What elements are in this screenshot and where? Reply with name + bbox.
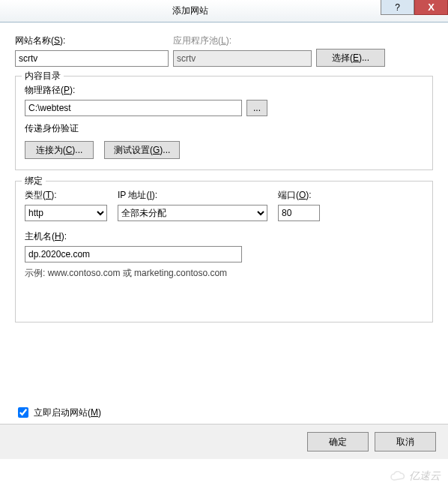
physical-path-input[interactable] [25,100,242,116]
site-name-input[interactable] [15,50,169,67]
cloud-icon [390,471,406,482]
connect-as-button[interactable]: 连接为(C)... [25,141,94,159]
binding-fieldset: 绑定 类型(T): http IP 地址(I): 全部未分配 端口(O): 主机… [15,181,433,322]
app-pool-field: scrtv [173,50,312,67]
content-dir-legend: 内容目录 [22,70,64,82]
site-name-col: 网站名称(S): [15,34,169,67]
titlebar-buttons: ? X [381,0,448,22]
type-select[interactable]: http [25,205,107,221]
ip-col: IP 地址(I): 全部未分配 [118,189,267,221]
auth-label: 传递身份验证 [25,122,423,135]
dialog-footer: 确定 取消 [0,424,448,459]
watermark: 亿速云 [390,470,441,483]
port-input[interactable] [278,205,320,221]
cancel-button[interactable]: 取消 [375,432,436,452]
type-col: 类型(T): http [25,189,107,221]
site-name-label: 网站名称(S): [15,34,169,47]
path-row: 物理路径(P): ... [25,84,423,116]
ip-label: IP 地址(I): [118,189,267,202]
start-now-row: 立即启动网站(M) [15,405,433,420]
hostname-input[interactable] [25,246,242,262]
dialog-body: 网站名称(S): 应用程序池(L): scrtv 选择(E)... 内容目录 物… [0,22,448,420]
start-now-checkbox[interactable] [18,407,28,418]
dialog-title: 添加网站 [0,4,381,17]
ok-button[interactable]: 确定 [307,432,369,452]
select-pool-col: 选择(E)... [316,34,385,67]
hostname-label: 主机名(H): [25,230,242,243]
port-label: 端口(O): [278,189,320,202]
hostname-example: 示例: www.contoso.com 或 marketing.contoso.… [25,267,423,280]
app-pool-label: 应用程序池(L): [173,34,312,47]
help-button[interactable]: ? [381,0,414,15]
title-bar: 添加网站 ? X [0,0,448,22]
physical-path-label: 物理路径(P): [25,84,423,97]
binding-legend: 绑定 [22,175,46,188]
start-now-label: 立即启动网站(M) [34,406,101,419]
port-col: 端口(O): [278,189,320,221]
hostname-col: 主机名(H): [25,230,242,262]
browse-path-button[interactable]: ... [246,100,267,116]
select-pool-button[interactable]: 选择(E)... [316,49,385,67]
type-label: 类型(T): [25,189,107,202]
close-button[interactable]: X [414,0,448,15]
ip-select[interactable]: 全部未分配 [118,205,267,221]
name-pool-row: 网站名称(S): 应用程序池(L): scrtv 选择(E)... [15,34,433,67]
app-pool-col: 应用程序池(L): scrtv [173,34,312,67]
test-settings-button[interactable]: 测试设置(G)... [104,141,180,159]
content-dir-fieldset: 内容目录 物理路径(P): ... 传递身份验证 连接为(C)... 测试设置(… [15,76,433,170]
